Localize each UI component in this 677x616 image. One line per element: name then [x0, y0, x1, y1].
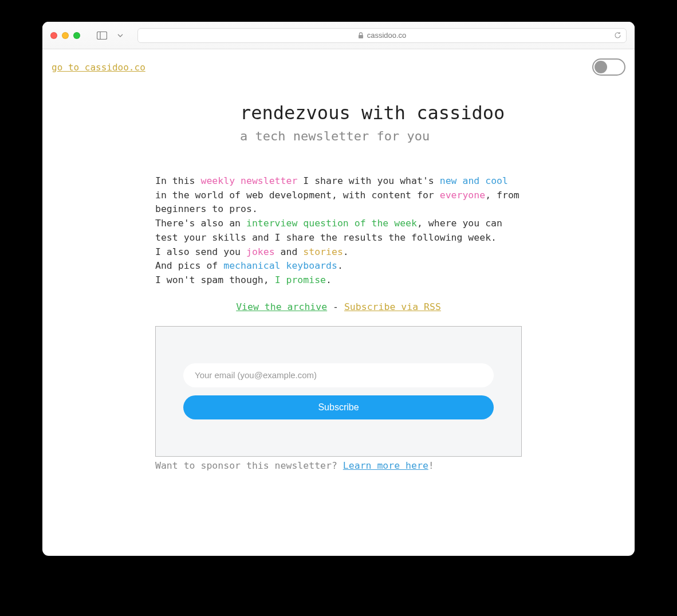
- browser-window: cassidoo.co go to cassidoo.co rendezvous…: [42, 22, 635, 556]
- archive-links-row: View the archive - Subscribe via RSS: [155, 301, 522, 312]
- text: In this: [155, 175, 200, 186]
- subscribe-rss-link[interactable]: Subscribe via RSS: [344, 301, 441, 312]
- subscribe-box: Subscribe: [155, 326, 522, 457]
- text: in the world of web development, with co…: [155, 190, 440, 201]
- separator: -: [327, 301, 344, 312]
- subscribe-button[interactable]: Subscribe: [183, 395, 494, 419]
- page-title: rendezvous with cassidoo: [240, 101, 510, 125]
- highlight-interview-question: interview question of the week: [246, 218, 417, 229]
- maximize-window-button[interactable]: [73, 32, 80, 39]
- text: I share with you what's: [297, 175, 439, 186]
- newsletter-description: In this weekly newsletter I share with y…: [155, 174, 522, 288]
- highlight-new-and-cool: new and cool: [440, 175, 508, 186]
- highlight-everyone: everyone: [440, 190, 485, 201]
- text: There's also an: [155, 218, 246, 229]
- toolbar-dropdown-button[interactable]: [112, 29, 128, 42]
- close-window-button[interactable]: [50, 32, 57, 39]
- text: .: [343, 246, 349, 257]
- text: I won't spam though,: [155, 274, 275, 285]
- svg-rect-2: [359, 35, 363, 38]
- theme-toggle[interactable]: [592, 58, 625, 76]
- url-host: cassidoo.co: [367, 31, 407, 40]
- sidebar-icon: [97, 32, 107, 40]
- svg-rect-0: [97, 32, 107, 39]
- highlight-jokes: jokes: [246, 246, 275, 257]
- sponsor-suffix: !: [428, 460, 434, 471]
- refresh-icon: [614, 32, 621, 39]
- text: And pics of: [155, 260, 223, 271]
- highlight-stories: stories: [303, 246, 343, 257]
- sidebar-toggle-button[interactable]: [94, 29, 110, 42]
- browser-chrome: cassidoo.co: [42, 22, 635, 49]
- highlight-weekly-newsletter: weekly newsletter: [200, 175, 297, 186]
- email-input[interactable]: [183, 363, 494, 387]
- view-archive-link[interactable]: View the archive: [236, 301, 327, 312]
- minimize-window-button[interactable]: [62, 32, 69, 39]
- text: and: [275, 246, 304, 257]
- page-content: go to cassidoo.co rendezvous with cassid…: [42, 49, 635, 556]
- highlight-promise: I promise: [275, 274, 326, 285]
- sponsor-learn-more-link[interactable]: Learn more here: [343, 460, 428, 471]
- text: .: [337, 260, 343, 271]
- chevron-down-icon: [117, 34, 123, 37]
- url-bar[interactable]: cassidoo.co: [137, 28, 627, 43]
- refresh-button[interactable]: [614, 32, 621, 39]
- sponsor-prefix: Want to sponsor this newsletter?: [155, 460, 343, 471]
- sponsor-row: Want to sponsor this newsletter? Learn m…: [155, 460, 522, 471]
- lock-icon: [358, 32, 364, 39]
- highlight-mechanical-keyboards: mechanical keyboards: [223, 260, 337, 271]
- page-subtitle: a tech newsletter for you: [240, 128, 510, 146]
- traffic-lights: [50, 32, 80, 39]
- text: I also send you: [155, 246, 246, 257]
- home-link[interactable]: go to cassidoo.co: [52, 62, 145, 73]
- text: .: [326, 274, 332, 285]
